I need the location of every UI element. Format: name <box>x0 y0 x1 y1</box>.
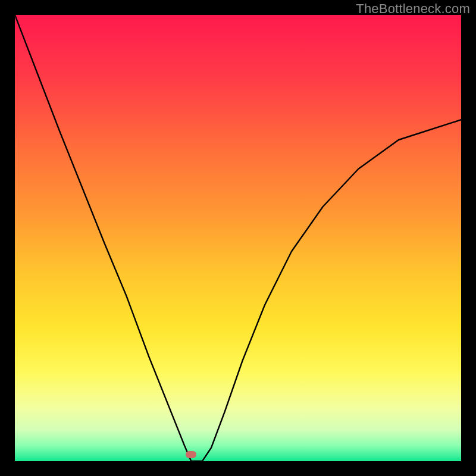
bottleneck-curve-path <box>15 15 461 461</box>
optimal-marker <box>186 451 196 458</box>
plot-area <box>15 15 461 461</box>
chart-frame: TheBottleneck.com <box>0 0 476 476</box>
bottleneck-curve <box>15 15 461 461</box>
